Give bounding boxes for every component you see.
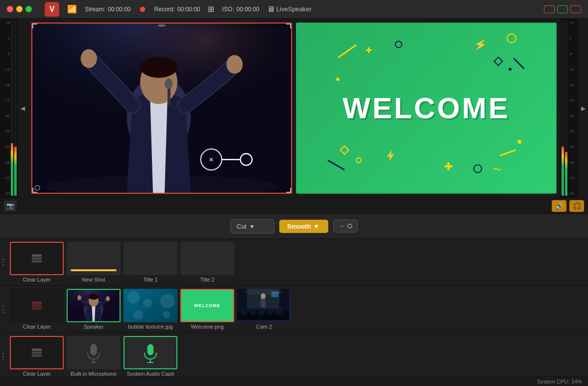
cut-label: Cut (237, 223, 246, 230)
clear-layer-1-label: Clear Layer (23, 277, 51, 283)
win-btn-1[interactable] (544, 5, 555, 13)
cut-arrow: ▾ (250, 223, 254, 230)
new-shot-thumb[interactable] (67, 242, 121, 275)
svg-rect-19 (32, 308, 42, 309)
minimize-button[interactable] (16, 6, 23, 12)
cam2-thumb[interactable] (237, 289, 291, 322)
close-button[interactable] (7, 6, 13, 12)
corner-resize-handle[interactable] (34, 185, 40, 191)
headphone-monitor-button[interactable]: 🎧 (569, 200, 584, 212)
shot-thumb-clear-layer-3: Clear Layer (10, 336, 64, 377)
maximize-button[interactable] (25, 6, 32, 12)
vu-meter-left: +8 0 -6 -12 -18 -24 -30 -36 -42 -48 -54 … (0, 19, 18, 198)
svg-point-7 (81, 49, 97, 68)
win-btn-2[interactable] (557, 5, 568, 13)
layers-red-icon (29, 298, 45, 313)
iso-grid-icon: ⊞ (208, 4, 214, 14)
svg-rect-17 (32, 257, 42, 259)
preview-toolbar: 📷 🔊 🎧 (0, 198, 588, 213)
cam2-svg (237, 289, 289, 320)
clear-layer-1-thumb[interactable] (10, 242, 64, 275)
new-shot-label: New Shot (82, 277, 105, 283)
transition-indicator (347, 224, 352, 229)
shot-section-1: Clear Layer New Shot Title 1 Title 2 (0, 239, 588, 286)
wifi-icon: 📶 (67, 4, 77, 14)
sys-mic-icon (141, 340, 160, 365)
shot-thumb-cam2: Cam 2 (237, 289, 291, 330)
corner-tr (286, 24, 291, 28)
preview-row: × (27, 19, 561, 198)
collapse-left-button[interactable]: ◀ (18, 19, 27, 198)
shot-row-1: Clear Layer New Shot Title 1 Title 2 (6, 239, 238, 285)
welcome-thumb[interactable]: WELCOME (180, 289, 234, 322)
builtin-mic-thumb[interactable] (67, 336, 121, 369)
title1-thumb[interactable] (123, 242, 177, 275)
svg-rect-43 (32, 349, 42, 351)
window-buttons (544, 5, 588, 13)
shot-thumb-clear-layer-1: Clear Layer (10, 242, 64, 283)
clear-layer-2-thumb[interactable] (10, 289, 64, 322)
smooth-arrow: ▾ (315, 223, 318, 230)
shot-thumb-sys-audio: System Audio Capti (123, 336, 177, 377)
svg-rect-41 (32, 355, 42, 357)
vu-right-channel-l (562, 21, 564, 196)
shot-thumb-builtin-mic: Built-in Microphone (67, 336, 121, 377)
smooth-button[interactable]: Smooth ▾ (279, 220, 328, 233)
cam2-label: Cam 2 (256, 324, 272, 330)
crossfade-controls: Cut ▾ Smooth ▾ → (0, 213, 588, 239)
row2-divider (0, 287, 6, 332)
resize-top-handle[interactable] (157, 24, 167, 27)
win-btn-3[interactable] (570, 5, 581, 13)
speaker-thumb[interactable] (67, 289, 121, 322)
title2-label: Title 2 (200, 277, 215, 283)
shot-row-2: Clear Layer (6, 286, 295, 333)
svg-rect-18 (32, 255, 42, 257)
record-button[interactable]: ⏺ (139, 5, 147, 14)
clear-layer-3-thumb[interactable] (10, 336, 64, 369)
welcome-label: Welcome.png (191, 324, 223, 330)
shot-row-3: Clear Layer Built-in Microphone (6, 333, 181, 380)
camera-feed: × (32, 24, 291, 193)
svg-text:×: × (209, 155, 214, 164)
preview-area: +8 0 -6 -12 -18 -24 -30 -36 -42 -48 -54 … (0, 19, 588, 198)
svg-point-10 (165, 78, 173, 89)
cut-dropdown[interactable]: Cut ▾ (230, 219, 274, 233)
svg-rect-47 (147, 344, 153, 355)
sys-audio-thumb[interactable] (123, 336, 177, 369)
speaker-monitor-button[interactable]: 🔊 (552, 200, 566, 212)
collapse-right-button[interactable]: ▶ (578, 19, 588, 198)
previews-container: × (27, 19, 561, 198)
record-label: Record: (154, 6, 175, 13)
record-indicator: Record: 00:00:00 (154, 6, 200, 13)
transition-arrow-button[interactable]: → (333, 220, 358, 232)
title2-thumb[interactable] (180, 242, 234, 275)
vu-channel-r (14, 21, 17, 196)
speaker-thumb-svg (68, 290, 120, 321)
bubble-thumb[interactable] (123, 289, 177, 322)
traffic-lights (0, 6, 39, 12)
shot-thumb-title2: Title 2 (180, 242, 234, 283)
row1-divider (0, 240, 6, 284)
speaker-svg: × (32, 24, 291, 193)
shot-thumb-clear-layer-2: Clear Layer (10, 289, 64, 330)
iso-time: 00:00:00 (237, 6, 260, 13)
camera-settings-button[interactable]: 📷 (4, 201, 17, 211)
program-panel[interactable]: × (31, 23, 292, 194)
svg-rect-16 (32, 260, 42, 262)
svg-rect-44 (91, 344, 97, 355)
shot-thumb-bubble: bubble texturre.jpg (123, 289, 177, 330)
preview-panel[interactable]: ⚡ ⚡ ✚ ✚ 〜 WELCOME (296, 23, 557, 194)
cpu-value: 14% (571, 379, 582, 385)
vu-meter-right: +6 0 -6 -12 -18 -24 -30 -36 -42 -48 -54 … (561, 19, 578, 198)
welcome-text: WELCOME (343, 91, 510, 125)
svg-point-26 (89, 294, 98, 300)
shot-thumb-new-shot: New Shot (67, 242, 121, 283)
svg-point-6 (140, 57, 177, 78)
status-bar: System CPU: 14% (0, 376, 588, 386)
shot-section-3: Clear Layer Built-in Microphone (0, 333, 588, 380)
svg-rect-21 (32, 302, 42, 304)
shot-thumb-title1: Title 1 (123, 242, 177, 283)
layers-icon (29, 251, 45, 266)
smooth-label: Smooth (287, 223, 311, 230)
vu-right-channel-r (565, 21, 567, 196)
